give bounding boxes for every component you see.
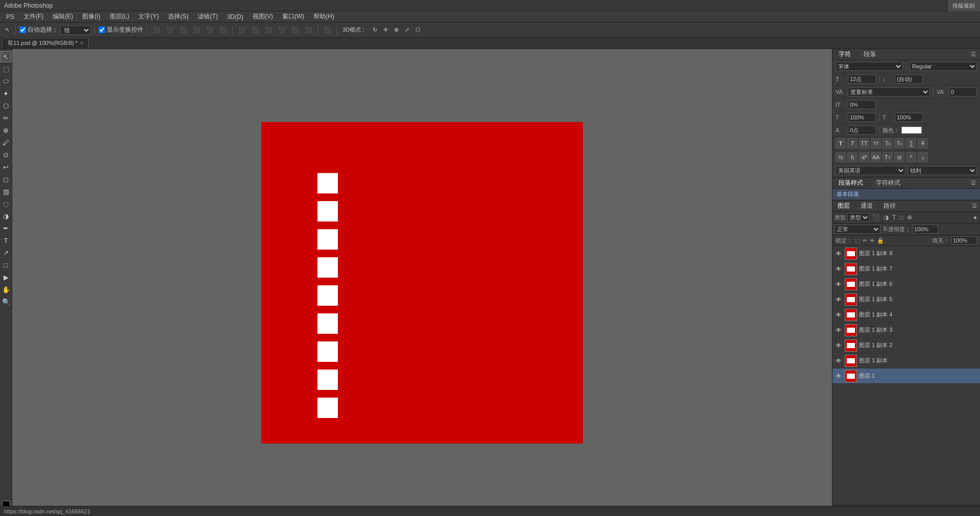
layer-item[interactable]: 👁 图层 1 [832, 368, 980, 384]
3d-rotate-icon[interactable]: ↻ [371, 26, 379, 34]
layer-item[interactable]: 👁 图层 1 副本 4 [832, 307, 980, 323]
oldstyle-button[interactable]: fı [847, 152, 857, 162]
show-transform-checkbox[interactable] [99, 27, 105, 33]
gradient-tool[interactable]: ▥ [1, 186, 12, 197]
antialiasing-select[interactable]: 锐利 [908, 166, 977, 175]
menu-edit[interactable]: 编辑(E) [48, 11, 77, 22]
dodge-tool[interactable]: ◑ [1, 210, 12, 222]
channels-tab[interactable]: 通道 [855, 201, 878, 211]
brush-tool[interactable]: 🖊 [1, 137, 12, 148]
char-tab[interactable]: 字符 [832, 49, 857, 60]
3d-tool[interactable]: ▶ [1, 272, 12, 283]
arrange-icon[interactable]: ⬛ [322, 26, 333, 34]
layer-visibility-toggle[interactable]: 👁 [835, 372, 843, 380]
clone-tool[interactable]: ⊙ [1, 149, 12, 160]
pen-tool[interactable]: ✒ [1, 223, 12, 234]
layer-visibility-toggle[interactable]: 👁 [835, 357, 843, 365]
superscript-button[interactable]: Ts [883, 138, 893, 149]
selection-tool[interactable]: ⬚ [1, 63, 12, 75]
lock-position-icon[interactable]: ✛ [870, 237, 874, 244]
move-tool[interactable]: ↖ [1, 51, 12, 62]
menu-window[interactable]: 窗口(W) [278, 11, 308, 22]
bold-button[interactable]: T [836, 138, 846, 149]
paths-tab[interactable]: 路径 [878, 201, 901, 211]
fill-input[interactable] [951, 236, 977, 244]
menu-image[interactable]: 图像(I) [78, 11, 104, 22]
basic-para-style[interactable]: 基本段落 [832, 189, 980, 200]
distribute-bottom-icon[interactable]: ⬛ [303, 26, 314, 34]
hscale-input[interactable] [848, 113, 876, 122]
menu-filter[interactable]: 滤镜(T) [193, 11, 222, 22]
filter-text-icon[interactable]: T [891, 213, 897, 222]
leading-input[interactable] [895, 75, 923, 84]
scale-input[interactable] [848, 100, 876, 109]
vscale-input[interactable] [895, 113, 923, 122]
eraser-tool[interactable]: ◻ [1, 174, 12, 185]
distribute-right-icon[interactable]: ⬛ [263, 26, 274, 34]
layer-item[interactable]: 👁 图层 1 副本 [832, 353, 980, 368]
contextual-button[interactable]: st [894, 152, 904, 162]
align-left-icon[interactable]: ⬛ [151, 26, 162, 34]
ordinal-button[interactable]: aª [859, 152, 869, 162]
font-style-select[interactable]: Regular [910, 62, 977, 71]
frac-button[interactable]: ½ [836, 152, 846, 162]
layer-visibility-toggle[interactable]: 👁 [835, 311, 843, 319]
distribute-center-v-icon[interactable]: ⬛ [289, 26, 301, 34]
stylistic-button[interactable]: ₀ [918, 152, 928, 162]
magic-wand-tool[interactable]: ✦ [1, 88, 12, 99]
menu-layer[interactable]: 图层(L) [106, 11, 134, 22]
tab-close-icon[interactable]: × [80, 40, 83, 46]
document-tab[interactable]: 双11.psd @ 100%(RGB/8) * × [2, 38, 89, 48]
italic-button[interactable]: T [847, 138, 857, 149]
blur-tool[interactable]: ◌ [1, 198, 12, 209]
para-tab-header[interactable]: 段落 [857, 49, 883, 60]
filter-shape-icon[interactable]: □ [898, 213, 904, 222]
font-family-select[interactable]: 宋体 [836, 62, 903, 71]
menu-ps[interactable]: PS [2, 12, 18, 21]
smallcaps-button[interactable]: TT [871, 138, 881, 149]
text-color-swatch[interactable] [901, 127, 922, 134]
layer-item[interactable]: 👁 图层 1 副本 7 [832, 261, 980, 277]
distribute-top-icon[interactable]: ⬛ [276, 26, 287, 34]
swash-button[interactable]: AA [871, 152, 881, 162]
lock-all-icon[interactable]: 🔒 [877, 237, 884, 244]
auto-select-checkbox[interactable] [19, 27, 26, 33]
filter-adjust-icon[interactable]: ◑ [883, 213, 890, 222]
layer-item[interactable]: 👁 图层 1 副本 8 [832, 246, 980, 261]
underline-button[interactable]: T [906, 138, 916, 149]
font-size-input[interactable] [848, 75, 876, 84]
strikethrough-button[interactable]: T [918, 138, 928, 149]
lock-pixels-icon[interactable]: ✏ [863, 237, 867, 244]
char-style-tab[interactable]: 段落样式 [832, 178, 870, 188]
layer-item[interactable]: 👁 图层 1 副本 5 [832, 292, 980, 307]
menu-3d[interactable]: 3D(D) [223, 12, 248, 21]
filter-toggle[interactable]: ● [972, 213, 978, 222]
3d-pan-icon[interactable]: ✛ [381, 26, 390, 34]
layer-visibility-toggle[interactable]: 👁 [835, 265, 843, 273]
layer-item[interactable]: 👁 图层 1 副本 6 [832, 277, 980, 292]
auto-select-dropdown[interactable]: 组 图层 [60, 26, 91, 35]
subscript-button[interactable]: Ts [894, 138, 904, 149]
crop-tool[interactable]: ⬡ [1, 100, 12, 111]
distribute-center-h-icon[interactable]: ⬛ [250, 26, 261, 34]
baseline-input[interactable] [848, 126, 876, 135]
layer-item[interactable]: 👁 图层 1 副本 3 [832, 323, 980, 338]
discretionary-button[interactable]: ⁰ [906, 152, 916, 162]
para-panel-settings-icon[interactable]: ☰ [970, 179, 977, 187]
filter-smart-icon[interactable]: ⊕ [906, 213, 913, 222]
spot-heal-tool[interactable]: ⊕ [1, 125, 12, 136]
menu-file[interactable]: 文件(F) [19, 11, 47, 22]
tracking-input[interactable] [949, 87, 977, 96]
distribute-left-icon[interactable]: ⬛ [236, 26, 248, 34]
eyedropper-tool[interactable]: ✏ [1, 112, 12, 124]
layers-tab[interactable]: 图层 [832, 201, 855, 211]
3d-roll-icon[interactable]: ⤢ [403, 26, 411, 34]
layer-item[interactable]: 👁 图层 1 副本 2 [832, 338, 980, 353]
filter-pixel-icon[interactable]: ⬛ [871, 213, 881, 222]
shape-tool[interactable]: □ [1, 259, 12, 271]
layer-visibility-toggle[interactable]: 👁 [835, 280, 843, 288]
layout-rules-button[interactable]: 排版规则 [947, 0, 980, 11]
align-top-icon[interactable]: ⬛ [191, 26, 202, 34]
layer-visibility-toggle[interactable]: 👁 [835, 250, 843, 258]
history-brush-tool[interactable]: ↩ [1, 161, 12, 173]
